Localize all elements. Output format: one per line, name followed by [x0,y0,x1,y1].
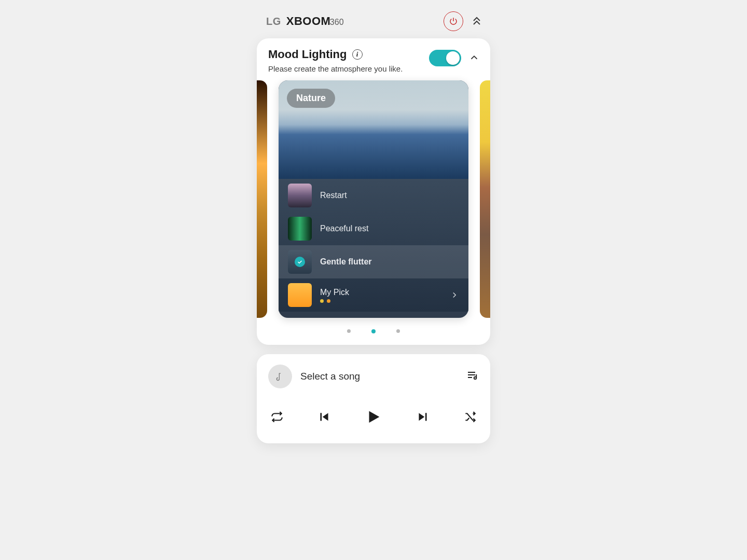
preset-label: Peaceful rest [320,224,459,233]
preset-label: Gentle flutter [320,257,459,267]
app-bar: LG XBOOM 360 [257,6,490,38]
preset-thumb [288,217,312,241]
preset-thumb [288,283,312,307]
mood-subtitle: Please create the atmosphere you like. [268,64,422,73]
carousel-next-peek[interactable] [480,80,490,318]
pager-dot-active[interactable] [371,329,376,333]
repeat-icon [270,410,284,424]
preset-item[interactable]: Peaceful rest [279,212,468,245]
preset-thumb [288,184,312,207]
mood-category-card: Nature Restart Peaceful rest [279,80,468,318]
svg-marker-4 [323,413,328,421]
mood-title: Mood Lighting [268,48,347,61]
power-icon [449,17,458,26]
preset-label: Restart [320,191,459,200]
mood-toggle[interactable] [429,50,461,66]
preset-item[interactable]: Restart [279,179,468,212]
preset-item-selected[interactable]: Gentle flutter [279,245,468,278]
now-playing-title[interactable]: Select a song [300,371,458,382]
svg-marker-6 [369,411,380,423]
carousel-prev-peek[interactable] [257,80,267,318]
chevron-right-icon [450,290,459,300]
svg-rect-5 [320,413,322,421]
collapse-icon[interactable] [471,15,483,27]
category-chip: Nature [287,89,335,108]
brand: LG XBOOM 360 [266,15,344,28]
skip-previous-icon [317,410,331,424]
play-icon [365,408,382,426]
mood-lighting-card: Mood Lighting i Please create the atmosp… [257,38,490,345]
info-icon[interactable]: i [352,49,363,60]
svg-marker-7 [419,413,424,421]
brand-sub: 360 [330,18,344,26]
repeat-button[interactable] [270,410,284,426]
next-button[interactable] [416,410,430,426]
shuffle-icon [463,410,477,424]
category-hero-image: Nature [279,80,468,179]
shuffle-button[interactable] [463,410,477,426]
brand-lg: LG [266,16,281,27]
play-button[interactable] [365,408,382,428]
preset-label: My Pick [320,288,441,297]
check-icon [295,257,305,267]
player-card: Select a song [257,354,490,443]
mypick-color-dots [320,299,441,303]
pager-dot[interactable] [396,329,400,333]
prev-button[interactable] [317,410,331,426]
queue-button[interactable] [466,369,479,384]
chevron-up-icon[interactable] [468,52,480,63]
svg-rect-8 [425,413,427,421]
preset-item-mypick[interactable]: My Pick [279,278,468,312]
pager-dot[interactable] [347,329,351,333]
carousel-pager[interactable] [257,324,490,345]
music-note-icon [268,365,292,388]
mood-carousel[interactable]: Nature Restart Peaceful rest [257,80,490,324]
skip-next-icon [416,410,430,424]
preset-thumb [288,250,312,274]
power-button[interactable] [444,11,463,31]
brand-main: XBOOM [286,15,331,27]
